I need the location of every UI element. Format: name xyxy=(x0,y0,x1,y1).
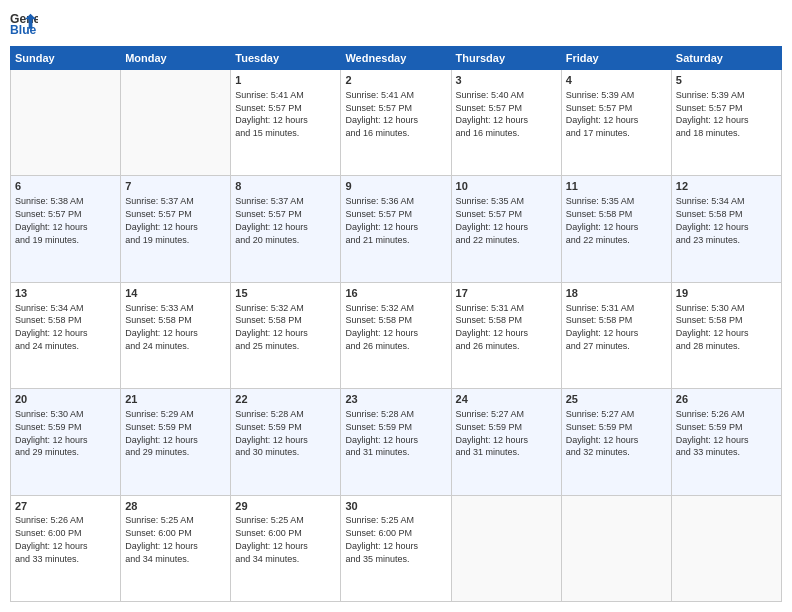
day-number: 23 xyxy=(345,392,446,407)
day-number: 21 xyxy=(125,392,226,407)
day-info: Sunrise: 5:32 AM Sunset: 5:58 PM Dayligh… xyxy=(235,303,308,351)
calendar-cell: 19Sunrise: 5:30 AM Sunset: 5:58 PM Dayli… xyxy=(671,282,781,388)
weekday-header-friday: Friday xyxy=(561,47,671,70)
day-info: Sunrise: 5:27 AM Sunset: 5:59 PM Dayligh… xyxy=(566,409,639,457)
calendar-cell xyxy=(561,495,671,601)
day-number: 10 xyxy=(456,179,557,194)
day-number: 5 xyxy=(676,73,777,88)
calendar-cell: 16Sunrise: 5:32 AM Sunset: 5:58 PM Dayli… xyxy=(341,282,451,388)
day-info: Sunrise: 5:35 AM Sunset: 5:58 PM Dayligh… xyxy=(566,196,639,244)
calendar-cell: 12Sunrise: 5:34 AM Sunset: 5:58 PM Dayli… xyxy=(671,176,781,282)
calendar-cell: 1Sunrise: 5:41 AM Sunset: 5:57 PM Daylig… xyxy=(231,70,341,176)
page: General Blue SundayMondayTuesdayWednesda… xyxy=(0,0,792,612)
day-number: 4 xyxy=(566,73,667,88)
calendar-cell: 23Sunrise: 5:28 AM Sunset: 5:59 PM Dayli… xyxy=(341,389,451,495)
day-info: Sunrise: 5:38 AM Sunset: 5:57 PM Dayligh… xyxy=(15,196,88,244)
calendar-cell: 26Sunrise: 5:26 AM Sunset: 5:59 PM Dayli… xyxy=(671,389,781,495)
calendar-cell xyxy=(451,495,561,601)
calendar-cell: 3Sunrise: 5:40 AM Sunset: 5:57 PM Daylig… xyxy=(451,70,561,176)
calendar-cell xyxy=(121,70,231,176)
weekday-header-sunday: Sunday xyxy=(11,47,121,70)
day-info: Sunrise: 5:40 AM Sunset: 5:57 PM Dayligh… xyxy=(456,90,529,138)
logo-icon: General Blue xyxy=(10,10,38,38)
day-number: 16 xyxy=(345,286,446,301)
calendar-cell: 10Sunrise: 5:35 AM Sunset: 5:57 PM Dayli… xyxy=(451,176,561,282)
day-info: Sunrise: 5:31 AM Sunset: 5:58 PM Dayligh… xyxy=(456,303,529,351)
day-info: Sunrise: 5:29 AM Sunset: 5:59 PM Dayligh… xyxy=(125,409,198,457)
day-info: Sunrise: 5:32 AM Sunset: 5:58 PM Dayligh… xyxy=(345,303,418,351)
day-number: 26 xyxy=(676,392,777,407)
day-number: 6 xyxy=(15,179,116,194)
calendar-cell: 6Sunrise: 5:38 AM Sunset: 5:57 PM Daylig… xyxy=(11,176,121,282)
day-number: 8 xyxy=(235,179,336,194)
calendar-cell: 8Sunrise: 5:37 AM Sunset: 5:57 PM Daylig… xyxy=(231,176,341,282)
day-info: Sunrise: 5:33 AM Sunset: 5:58 PM Dayligh… xyxy=(125,303,198,351)
day-number: 20 xyxy=(15,392,116,407)
day-info: Sunrise: 5:28 AM Sunset: 5:59 PM Dayligh… xyxy=(345,409,418,457)
day-info: Sunrise: 5:37 AM Sunset: 5:57 PM Dayligh… xyxy=(125,196,198,244)
day-info: Sunrise: 5:34 AM Sunset: 5:58 PM Dayligh… xyxy=(15,303,88,351)
day-info: Sunrise: 5:27 AM Sunset: 5:59 PM Dayligh… xyxy=(456,409,529,457)
day-number: 7 xyxy=(125,179,226,194)
week-row-5: 27Sunrise: 5:26 AM Sunset: 6:00 PM Dayli… xyxy=(11,495,782,601)
day-info: Sunrise: 5:35 AM Sunset: 5:57 PM Dayligh… xyxy=(456,196,529,244)
day-number: 24 xyxy=(456,392,557,407)
weekday-header-row: SundayMondayTuesdayWednesdayThursdayFrid… xyxy=(11,47,782,70)
day-info: Sunrise: 5:41 AM Sunset: 5:57 PM Dayligh… xyxy=(235,90,308,138)
day-info: Sunrise: 5:30 AM Sunset: 5:58 PM Dayligh… xyxy=(676,303,749,351)
calendar-cell: 7Sunrise: 5:37 AM Sunset: 5:57 PM Daylig… xyxy=(121,176,231,282)
calendar-cell: 25Sunrise: 5:27 AM Sunset: 5:59 PM Dayli… xyxy=(561,389,671,495)
calendar-cell: 18Sunrise: 5:31 AM Sunset: 5:58 PM Dayli… xyxy=(561,282,671,388)
day-info: Sunrise: 5:37 AM Sunset: 5:57 PM Dayligh… xyxy=(235,196,308,244)
day-info: Sunrise: 5:26 AM Sunset: 5:59 PM Dayligh… xyxy=(676,409,749,457)
calendar-cell: 20Sunrise: 5:30 AM Sunset: 5:59 PM Dayli… xyxy=(11,389,121,495)
day-info: Sunrise: 5:25 AM Sunset: 6:00 PM Dayligh… xyxy=(125,515,198,563)
day-number: 18 xyxy=(566,286,667,301)
day-number: 29 xyxy=(235,499,336,514)
calendar-cell: 27Sunrise: 5:26 AM Sunset: 6:00 PM Dayli… xyxy=(11,495,121,601)
calendar-cell: 24Sunrise: 5:27 AM Sunset: 5:59 PM Dayli… xyxy=(451,389,561,495)
calendar-cell: 28Sunrise: 5:25 AM Sunset: 6:00 PM Dayli… xyxy=(121,495,231,601)
day-number: 25 xyxy=(566,392,667,407)
calendar-cell xyxy=(11,70,121,176)
calendar-cell: 11Sunrise: 5:35 AM Sunset: 5:58 PM Dayli… xyxy=(561,176,671,282)
day-info: Sunrise: 5:25 AM Sunset: 6:00 PM Dayligh… xyxy=(235,515,308,563)
day-number: 22 xyxy=(235,392,336,407)
logo: General Blue xyxy=(10,10,38,38)
week-row-3: 13Sunrise: 5:34 AM Sunset: 5:58 PM Dayli… xyxy=(11,282,782,388)
day-info: Sunrise: 5:30 AM Sunset: 5:59 PM Dayligh… xyxy=(15,409,88,457)
header: General Blue xyxy=(10,10,782,38)
svg-text:Blue: Blue xyxy=(10,23,37,37)
calendar-cell: 14Sunrise: 5:33 AM Sunset: 5:58 PM Dayli… xyxy=(121,282,231,388)
calendar-cell: 4Sunrise: 5:39 AM Sunset: 5:57 PM Daylig… xyxy=(561,70,671,176)
weekday-header-saturday: Saturday xyxy=(671,47,781,70)
day-number: 13 xyxy=(15,286,116,301)
calendar-cell: 22Sunrise: 5:28 AM Sunset: 5:59 PM Dayli… xyxy=(231,389,341,495)
weekday-header-tuesday: Tuesday xyxy=(231,47,341,70)
day-number: 2 xyxy=(345,73,446,88)
day-info: Sunrise: 5:36 AM Sunset: 5:57 PM Dayligh… xyxy=(345,196,418,244)
day-info: Sunrise: 5:39 AM Sunset: 5:57 PM Dayligh… xyxy=(566,90,639,138)
day-number: 27 xyxy=(15,499,116,514)
calendar-cell: 13Sunrise: 5:34 AM Sunset: 5:58 PM Dayli… xyxy=(11,282,121,388)
day-number: 11 xyxy=(566,179,667,194)
calendar-cell: 29Sunrise: 5:25 AM Sunset: 6:00 PM Dayli… xyxy=(231,495,341,601)
day-number: 28 xyxy=(125,499,226,514)
week-row-4: 20Sunrise: 5:30 AM Sunset: 5:59 PM Dayli… xyxy=(11,389,782,495)
calendar-cell: 9Sunrise: 5:36 AM Sunset: 5:57 PM Daylig… xyxy=(341,176,451,282)
day-number: 9 xyxy=(345,179,446,194)
day-number: 15 xyxy=(235,286,336,301)
day-info: Sunrise: 5:31 AM Sunset: 5:58 PM Dayligh… xyxy=(566,303,639,351)
week-row-1: 1Sunrise: 5:41 AM Sunset: 5:57 PM Daylig… xyxy=(11,70,782,176)
day-number: 19 xyxy=(676,286,777,301)
calendar-cell: 15Sunrise: 5:32 AM Sunset: 5:58 PM Dayli… xyxy=(231,282,341,388)
day-info: Sunrise: 5:26 AM Sunset: 6:00 PM Dayligh… xyxy=(15,515,88,563)
day-info: Sunrise: 5:25 AM Sunset: 6:00 PM Dayligh… xyxy=(345,515,418,563)
calendar-cell: 5Sunrise: 5:39 AM Sunset: 5:57 PM Daylig… xyxy=(671,70,781,176)
day-number: 12 xyxy=(676,179,777,194)
week-row-2: 6Sunrise: 5:38 AM Sunset: 5:57 PM Daylig… xyxy=(11,176,782,282)
weekday-header-thursday: Thursday xyxy=(451,47,561,70)
day-number: 3 xyxy=(456,73,557,88)
day-number: 14 xyxy=(125,286,226,301)
day-number: 1 xyxy=(235,73,336,88)
